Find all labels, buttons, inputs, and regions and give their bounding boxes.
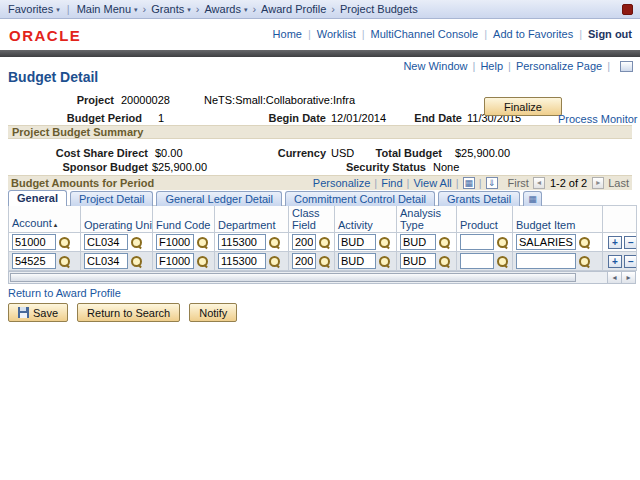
first-link[interactable]: First	[508, 177, 529, 189]
lookup-icon[interactable]	[378, 236, 391, 249]
lookup-icon[interactable]	[268, 255, 281, 268]
cost-share-direct-label: Cost Share Direct	[8, 147, 148, 159]
column-header-account[interactable]: Account▴	[9, 206, 81, 233]
column-label: Account	[12, 217, 52, 229]
tab-commitment-control-detail[interactable]: Commitment Control Detail	[285, 191, 435, 206]
budget-item-input[interactable]	[516, 253, 576, 269]
account-input[interactable]	[12, 234, 56, 250]
class-field-input[interactable]	[292, 253, 316, 269]
zoom-grid-icon[interactable]: ▦	[463, 177, 475, 189]
next-rows-icon[interactable]: ▸	[592, 177, 604, 189]
personalize-link[interactable]: Personalize	[313, 177, 370, 189]
breadcrumb-grants[interactable]: Grants ▾	[151, 3, 191, 15]
column-header-budget-item[interactable]: Budget Item	[513, 206, 603, 233]
scroll-left-icon[interactable]: ◂	[607, 272, 621, 283]
breadcrumb-award-profile[interactable]: Award Profile	[261, 3, 326, 15]
product-input[interactable]	[460, 234, 494, 250]
column-header-department[interactable]: Department	[215, 206, 289, 233]
analysis-type-input[interactable]	[400, 234, 436, 250]
add-to-favorites-link[interactable]: Add to Favorites	[493, 28, 573, 40]
sponsor-budget-value: $25,900.00	[152, 161, 207, 173]
class-field-input[interactable]	[292, 234, 316, 250]
lookup-icon[interactable]	[318, 236, 331, 249]
lookup-icon[interactable]	[496, 236, 509, 249]
lookup-icon[interactable]	[58, 255, 71, 268]
delete-row-button[interactable]: −	[624, 236, 637, 249]
tab-project-detail[interactable]: Project Detail	[70, 191, 153, 206]
column-label: Product	[460, 219, 498, 231]
lookup-icon[interactable]	[130, 255, 143, 268]
budget-item-input[interactable]	[516, 234, 576, 250]
lookup-icon[interactable]	[58, 236, 71, 249]
notify-button[interactable]: Notify	[189, 303, 237, 322]
operating-unit-input[interactable]	[84, 234, 128, 250]
show-all-columns-tab[interactable]: ▦	[523, 191, 542, 206]
breadcrumb-awards[interactable]: Awards ▾	[204, 3, 247, 15]
column-header-activity[interactable]: Activity	[335, 206, 397, 233]
analysis-type-input[interactable]	[400, 253, 436, 269]
process-monitor-link[interactable]: Process Monitor	[558, 113, 637, 125]
save-button[interactable]: Save	[8, 303, 68, 322]
lookup-icon[interactable]	[578, 255, 591, 268]
lookup-icon[interactable]	[496, 255, 509, 268]
operating-unit-input[interactable]	[84, 253, 128, 269]
worklist-link[interactable]: Worklist	[317, 28, 356, 40]
previous-rows-icon[interactable]: ◂	[533, 177, 545, 189]
lookup-icon[interactable]	[268, 236, 281, 249]
fund-code-input[interactable]	[156, 253, 194, 269]
download-icon[interactable]: ⇓	[486, 177, 498, 189]
lookup-icon[interactable]	[130, 236, 143, 249]
project-label: Project	[30, 94, 114, 106]
column-header-class-field[interactable]: Class Field	[289, 206, 335, 233]
new-window-link[interactable]: New Window	[403, 60, 467, 72]
tab-general[interactable]: General	[8, 190, 67, 206]
breadcrumb-project-budgets[interactable]: Project Budgets	[340, 3, 418, 15]
page-action-links: New Window Help Personalize Page	[403, 60, 633, 72]
lookup-icon[interactable]	[438, 236, 451, 249]
activity-input[interactable]	[338, 253, 376, 269]
help-link[interactable]: Help	[480, 60, 503, 72]
add-row-button[interactable]: +	[608, 255, 622, 268]
department-input[interactable]	[218, 234, 266, 250]
menu-red-icon[interactable]	[622, 4, 633, 15]
breadcrumb-separator-icon: ›	[196, 3, 200, 15]
column-header-product[interactable]: Product	[457, 206, 513, 233]
copy-url-icon[interactable]	[620, 61, 633, 72]
find-link[interactable]: Find	[381, 177, 402, 189]
personalize-page-link[interactable]: Personalize Page	[516, 60, 602, 72]
home-link[interactable]: Home	[273, 28, 302, 40]
column-header-operating-unit[interactable]: Operating Unit	[81, 206, 153, 233]
lookup-icon[interactable]	[196, 236, 209, 249]
scrollbar-track[interactable]	[577, 272, 607, 283]
scrollbar-thumb[interactable]	[10, 273, 576, 282]
tab-general-ledger-detail[interactable]: General Ledger Detail	[156, 191, 282, 206]
column-header-fund-code[interactable]: Fund Code	[153, 206, 215, 233]
fund-code-input[interactable]	[156, 234, 194, 250]
sign-out-link[interactable]: Sign out	[588, 28, 632, 40]
lookup-icon[interactable]	[378, 255, 391, 268]
lookup-icon[interactable]	[196, 255, 209, 268]
activity-input[interactable]	[338, 234, 376, 250]
breadcrumb-award-profile-label: Award Profile	[261, 3, 326, 15]
finalize-button[interactable]: Finalize	[484, 97, 562, 116]
return-to-search-button[interactable]: Return to Search	[77, 303, 180, 322]
breadcrumb-main-menu[interactable]: Main Menu ▾	[77, 3, 138, 15]
multichannel-console-link[interactable]: MultiChannel Console	[371, 28, 479, 40]
add-row-button[interactable]: +	[608, 236, 622, 249]
return-to-award-profile-link[interactable]: Return to Award Profile	[8, 287, 121, 299]
breadcrumb-favorites[interactable]: Favorites ▾	[8, 3, 60, 15]
department-input[interactable]	[218, 253, 266, 269]
separator	[579, 28, 582, 40]
product-input[interactable]	[460, 253, 494, 269]
lookup-icon[interactable]	[318, 255, 331, 268]
scroll-right-icon[interactable]: ▸	[621, 272, 635, 283]
account-input[interactable]	[12, 253, 56, 269]
last-link[interactable]: Last	[608, 177, 629, 189]
project-name-value: NeTS:Small:Collaborative:Infra	[204, 94, 355, 106]
tab-grants-detail[interactable]: Grants Detail	[438, 191, 520, 206]
column-header-analysis-type[interactable]: Analysis Type	[397, 206, 457, 233]
view-all-link[interactable]: View All	[413, 177, 451, 189]
lookup-icon[interactable]	[578, 236, 591, 249]
delete-row-button[interactable]: −	[624, 255, 637, 268]
lookup-icon[interactable]	[438, 255, 451, 268]
